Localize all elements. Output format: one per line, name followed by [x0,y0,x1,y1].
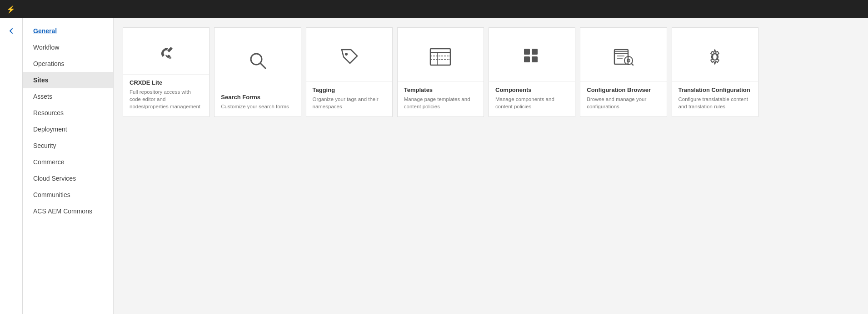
card-title: Tagging [313,86,386,93]
back-button[interactable] [3,23,20,39]
sidebar-item-cloud-services[interactable]: Cloud Services [23,170,113,187]
card-info: Translation Configuration Configure tran… [672,81,758,116]
components-icon [521,46,543,68]
card-description: Customize your search forms [221,103,294,110]
card-info: CRXDE Lite Full repository access with c… [123,74,209,116]
sidebar-item-general[interactable]: General [23,23,113,39]
templates-icon [429,46,452,68]
card-icon-area [489,28,575,81]
sidebar-item-security[interactable]: Security [23,137,113,154]
svg-rect-11 [532,49,538,55]
gear-icon [704,46,726,68]
svg-point-4 [345,53,348,56]
card-description: Full repository access with code editor … [130,88,203,110]
card-description: Browse and manage your configurations [587,96,660,110]
svg-rect-10 [524,49,530,55]
card-title: Search Forms [221,94,294,101]
tag-icon [338,46,360,68]
tool-card-search-forms[interactable]: Search Forms Customize your search forms [214,27,301,117]
sidebar-item-commerce[interactable]: Commerce [23,154,113,170]
card-title: Templates [404,86,477,93]
svg-rect-12 [524,56,530,62]
card-description: Organize your tags and their namespaces [313,96,386,110]
card-info: Tagging Organize your tags and their nam… [306,81,392,116]
tool-card-crxde-lite[interactable]: CRXDE Lite Full repository access with c… [123,27,210,117]
tool-card-components[interactable]: Components Manage components and content… [489,27,575,117]
card-info: Search Forms Customize your search forms [215,89,300,116]
search-icon [247,50,269,71]
card-title: Components [495,86,569,93]
card-description: Manage components and content policies [495,96,569,110]
sidebar-item-assets[interactable]: Assets [23,88,113,105]
crxde-icon [155,41,178,65]
content-area: CRXDE Lite Full repository access with c… [114,18,868,314]
sidebar-nav: GeneralWorkflowOperationsSitesAssetsReso… [23,18,114,314]
card-icon-area [672,28,758,81]
sidebar-item-sites[interactable]: Sites [23,72,113,88]
tool-card-tagging[interactable]: Tagging Organize your tags and their nam… [306,27,393,117]
svg-rect-13 [532,56,538,62]
card-icon-area [398,28,484,81]
card-title: CRXDE Lite [130,79,203,86]
sidebar-item-communities[interactable]: Communities [23,187,113,203]
card-icon-area [580,28,666,81]
card-title: Configuration Browser [587,86,660,93]
config-browser-icon [612,46,635,68]
card-description: Configure translatable content and trans… [678,96,752,110]
card-icon-area [123,28,209,74]
card-description: Manage page templates and content polici… [404,96,477,110]
card-icon-area [215,28,300,89]
card-info: Configuration Browser Browse and manage … [580,81,666,116]
bolt-icon: ⚡ [6,5,15,14]
main-layout: GeneralWorkflowOperationsSitesAssetsReso… [0,18,868,314]
tool-card-configuration-browser[interactable]: Configuration Browser Browse and manage … [580,27,667,117]
tool-card-templates[interactable]: Templates Manage page templates and cont… [397,27,484,117]
svg-line-19 [632,64,633,65]
svg-rect-5 [430,49,450,65]
sidebar-item-deployment[interactable]: Deployment [23,121,113,137]
svg-line-3 [260,63,265,68]
sidebar-item-resources[interactable]: Resources [23,105,113,121]
card-info: Components Manage components and content… [489,81,575,116]
sidebar-item-workflow[interactable]: Workflow [23,39,113,56]
tools-grid: CRXDE Lite Full repository access with c… [123,27,850,117]
card-icon-area [306,28,392,81]
card-title: Translation Configuration [678,86,752,93]
top-bar: ⚡ [0,0,868,18]
sidebar-item-operations[interactable]: Operations [23,56,113,72]
card-info: Templates Manage page templates and cont… [398,81,484,116]
sidebar-icons [0,18,23,314]
tool-card-translation-configuration[interactable]: Translation Configuration Configure tran… [672,27,758,117]
sidebar-item-acs-aem-commons[interactable]: ACS AEM Commons [23,203,113,219]
